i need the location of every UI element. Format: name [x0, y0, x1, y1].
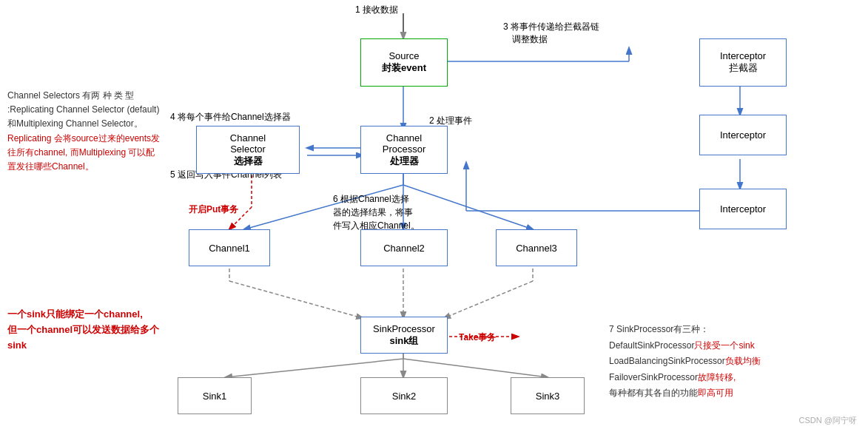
interceptor2-box: Interceptor [699, 115, 787, 155]
interceptor3-box: Interceptor [699, 189, 787, 229]
sink1-box: Sink1 [178, 377, 252, 414]
diagram-container: 1 接收数据 3 将事件传递给拦截器链调整数据 4 将每个事件给Channel选… [0, 0, 868, 432]
svg-line-17 [229, 281, 363, 318]
right-note: 7 SinkProcessor有三种： DefaultSinkProcessor… [609, 322, 861, 402]
label-interceptor-chain: 3 将事件传递给拦截器链调整数据 [503, 21, 651, 46]
watermark: CSDN @阿宁呀 [799, 415, 857, 426]
label-put-tx: 开启Put事务 [189, 203, 238, 216]
interceptor1-box: Interceptor 拦截器 [699, 38, 787, 87]
sink-processor-box: SinkProcessor sink组 [360, 317, 448, 354]
bottom-left-note: 一个sink只能绑定一个channel, 但一个channel可以发送数据给多个… [7, 307, 163, 353]
channel-selector-box: Channel Selector 选择器 [196, 126, 300, 174]
label-take-tx: Take事务 [459, 331, 496, 344]
label-receive: 1 接收数据 [355, 4, 398, 16]
label-write-channel: 6 根据Channel选择器的选择结果，将事件写入相应Channel。 [333, 192, 451, 232]
channel-processor-box: Channel Processor 处理器 [360, 126, 448, 174]
sink3-box: Sink3 [511, 377, 585, 414]
label-channel-selector-send: 4 将每个事件给Channel选择器 [170, 111, 291, 124]
sidebar-text: Channel Selectors 有两 种 类 型 :Replicating … [7, 89, 163, 174]
channel3-box: Channel3 [496, 229, 577, 266]
channel2-box: Channel2 [360, 229, 448, 266]
svg-line-20 [444, 281, 533, 318]
svg-line-24 [403, 359, 548, 377]
svg-line-22 [226, 359, 403, 377]
channel1-box: Channel1 [189, 229, 270, 266]
source-box: Source 封装event [360, 38, 448, 87]
sink2-box: Sink2 [360, 377, 448, 414]
